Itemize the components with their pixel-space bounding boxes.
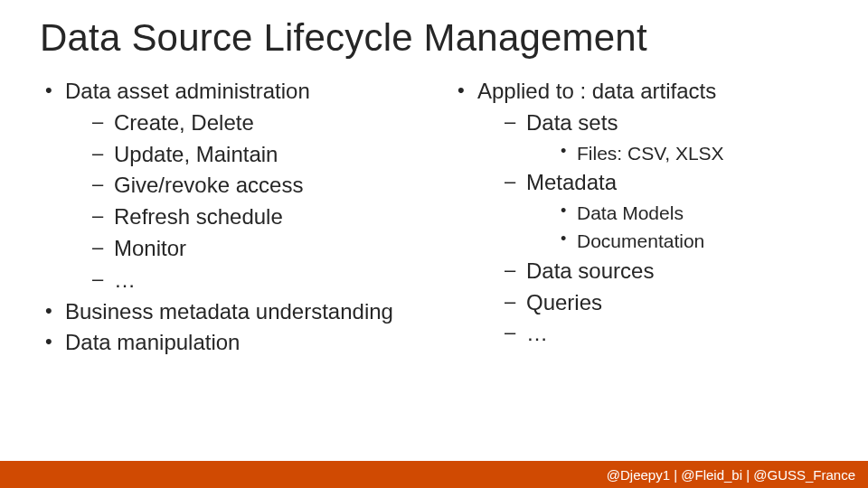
list-text: Data asset administration bbox=[65, 79, 310, 103]
list-item: Data Models bbox=[553, 199, 828, 228]
list-item: Applied to : data artifacts Data sets Fi… bbox=[452, 76, 828, 350]
list-item: Business metadata understanding bbox=[40, 296, 416, 328]
list-item: Data asset administration Create, Delete… bbox=[40, 76, 416, 296]
list-text: Refresh schedule bbox=[114, 204, 283, 229]
list-text: Data sources bbox=[526, 258, 654, 283]
list-item: Metadata Data Models Documentation bbox=[499, 167, 828, 256]
footer-bar: @Djeepy1 | @Fleid_bi | @GUSS_France bbox=[0, 461, 868, 488]
list-text: … bbox=[114, 267, 136, 292]
list-text: Update, Maintain bbox=[114, 142, 278, 166]
list-text: … bbox=[526, 321, 548, 345]
list-item: Documentation bbox=[553, 227, 828, 256]
list-text: Business metadata understanding bbox=[65, 299, 393, 324]
slide-title: Data Source Lifecycle Management bbox=[40, 16, 828, 60]
right-column: Applied to : data artifacts Data sets Fi… bbox=[452, 76, 828, 359]
list-item: Give/revoke access bbox=[87, 170, 416, 202]
list-item: Data sources bbox=[499, 256, 828, 287]
list-item: … bbox=[87, 265, 416, 296]
list-text: Data sets bbox=[526, 110, 618, 135]
footer-text: @Djeepy1 | @Fleid_bi | @GUSS_France bbox=[607, 467, 855, 483]
list-item: Refresh schedule bbox=[87, 202, 416, 233]
list-text: Give/revoke access bbox=[114, 173, 303, 197]
list-text: Create, Delete bbox=[114, 110, 254, 135]
list-item: Data sets Files: CSV, XLSX bbox=[499, 108, 828, 167]
list-item: Files: CSV, XLSX bbox=[553, 139, 828, 168]
list-item: Create, Delete bbox=[87, 108, 416, 139]
left-column: Data asset administration Create, Delete… bbox=[40, 76, 416, 359]
list-text: Data Models bbox=[577, 202, 684, 223]
list-text: Documentation bbox=[577, 230, 704, 251]
list-item: Monitor bbox=[87, 233, 416, 265]
list-item: … bbox=[499, 318, 828, 350]
list-text: Queries bbox=[526, 290, 602, 314]
slide: Data Source Lifecycle Management Data as… bbox=[0, 0, 868, 488]
list-text: Metadata bbox=[526, 170, 617, 194]
list-item: Update, Maintain bbox=[87, 139, 416, 171]
list-text: Data manipulation bbox=[65, 330, 240, 354]
list-text: Files: CSV, XLSX bbox=[577, 143, 724, 164]
list-text: Applied to : data artifacts bbox=[477, 79, 716, 103]
list-text: Monitor bbox=[114, 236, 186, 260]
content-columns: Data asset administration Create, Delete… bbox=[40, 76, 828, 359]
list-item: Queries bbox=[499, 287, 828, 319]
list-item: Data manipulation bbox=[40, 327, 416, 359]
